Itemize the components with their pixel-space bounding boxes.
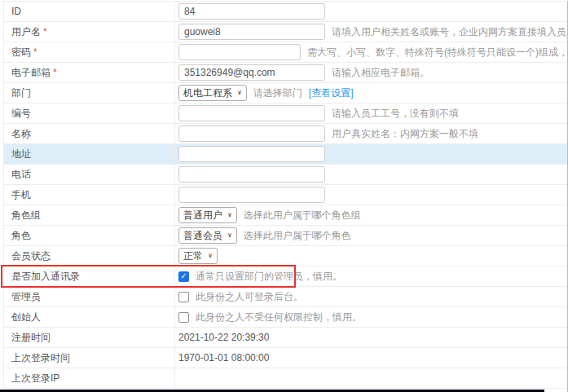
field-label: 用户名: [11, 25, 41, 39]
id-row: ID: [4, 2, 568, 22]
last-login-ip-row: 上次登录IP: [4, 368, 568, 389]
mobile-row: 手机: [4, 185, 568, 205]
number-input[interactable]: [178, 105, 325, 121]
phone-row: 电话: [4, 165, 568, 185]
username-value-cell: 请填入用户相关姓名或账号，企业内网方案直接填入员工姓名。: [175, 22, 568, 42]
number-label-cell: 编号: [4, 104, 175, 123]
field-label: ID: [11, 6, 21, 17]
chevron-down-icon: ∨: [237, 90, 242, 96]
field-label: 上次登录时间: [11, 351, 70, 365]
email-row: 电子邮箱*请输入相应电子邮箱。: [4, 63, 568, 83]
address-input[interactable]: [178, 146, 325, 162]
role-hint: 选择此用户属于哪个角色: [244, 229, 351, 243]
last-login-ip-label-cell: 上次登录IP: [4, 368, 175, 388]
join-addressbook-value-cell: ✓通常只设置部门的管理员，慎用。: [175, 266, 568, 286]
admin-row: 管理员此身份之人可登录后台。: [4, 287, 568, 307]
email-value-cell: 请输入相应电子邮箱。: [175, 63, 568, 82]
department-hint: 请选择部门: [253, 86, 302, 100]
join-addressbook-hint: 通常只设置部门的管理员，慎用。: [196, 270, 342, 284]
last-login-ip-value-cell: [175, 368, 568, 388]
admin-checkbox[interactable]: [178, 292, 189, 302]
founder-label-cell: 创始人: [4, 307, 175, 327]
name-label-cell: 名称: [4, 124, 175, 143]
department-value-cell: 机电工程系∨请选择部门[查看设置]: [175, 83, 568, 103]
required-asterisk: *: [43, 26, 47, 37]
register-time-row: 注册时间2021-10-22 20:39:30: [4, 328, 568, 348]
admin-hint: 此身份之人可登录后台。: [196, 290, 303, 304]
chevron-down-icon: ∨: [227, 232, 232, 239]
name-row: 名称用户真实姓名：内网方案一般不填: [4, 124, 568, 144]
last-login-time-row: 上次登录时间1970-01-01 08:00:00: [4, 348, 568, 368]
field-label: 是否加入通讯录: [11, 270, 80, 284]
register-time-label-cell: 注册时间: [4, 328, 175, 347]
role-group-select[interactable]: 普通用户∨: [178, 207, 237, 223]
founder-value-cell: 此身份之人不受任何权限控制，慎用。: [175, 307, 568, 327]
required-asterisk: *: [33, 46, 37, 58]
password-input[interactable]: [178, 44, 301, 60]
field-label: 手机: [11, 188, 31, 202]
email-label-cell: 电子邮箱*: [4, 63, 175, 82]
register-time-value-cell: 2021-10-22 20:39:30: [175, 328, 568, 347]
mobile-input[interactable]: [178, 187, 325, 203]
field-label: 名称: [11, 127, 31, 141]
username-input[interactable]: [178, 24, 325, 40]
field-label: 密码: [11, 46, 31, 59]
address-row: 地址: [4, 144, 568, 165]
selected-option-label: 机电工程系: [183, 86, 232, 100]
join-addressbook-row: 是否加入通讯录✓通常只设置部门的管理员，慎用。: [4, 266, 568, 287]
founder-row: 创始人此身份之人不受任何权限控制，慎用。: [4, 307, 568, 328]
register-time-value: 2021-10-22 20:39:30: [178, 332, 269, 343]
selected-option-label: 普通用户: [183, 209, 222, 222]
password-value-cell: 需大写、小写、数字、特殊符号(特殊符号只能设一个)组成，位数不少于8位。: [175, 42, 568, 62]
name-hint: 用户真实姓名：内网方案一般不填: [332, 127, 478, 141]
department-row: 部门机电工程系∨请选择部门[查看设置]: [4, 83, 568, 104]
address-value-cell: [175, 144, 568, 164]
founder-checkbox[interactable]: [178, 312, 189, 323]
last-login-time-value: 1970-01-01 08:00:00: [178, 352, 269, 363]
username-label-cell: 用户名*: [4, 22, 175, 42]
number-hint: 请输入员工工号，没有则不填: [332, 107, 459, 121]
field-label: 电话: [11, 168, 31, 182]
phone-input[interactable]: [178, 166, 325, 183]
member-status-label-cell: 会员状态: [4, 246, 175, 266]
role-group-hint: 选择此用户属于哪个角色组: [244, 209, 361, 222]
department-select[interactable]: 机电工程系∨: [178, 85, 247, 101]
user-edit-form-page: ID用户名*请填入用户相关姓名或账号，企业内网方案直接填入员工姓名。密码*需大写…: [0, 1, 568, 392]
role-select[interactable]: 普通会员∨: [178, 227, 237, 244]
password-hint: 需大写、小写、数字、特殊符号(特殊符号只能设一个)组成，位数不少于8位。: [307, 46, 568, 59]
field-label: 编号: [11, 107, 31, 121]
id-input[interactable]: [178, 3, 325, 20]
field-label: 上次登录IP: [11, 372, 59, 385]
role-value-cell: 普通会员∨选择此用户属于哪个角色: [175, 226, 568, 245]
join-addressbook-checkbox[interactable]: ✓: [178, 271, 189, 282]
name-input[interactable]: [178, 126, 325, 142]
last-login-time-label-cell: 上次登录时间: [4, 348, 175, 368]
mobile-label-cell: 手机: [4, 185, 175, 205]
selected-option-label: 正常: [183, 249, 203, 263]
phone-value-cell: [175, 165, 568, 184]
field-label: 管理员: [11, 290, 41, 304]
join-addressbook-label-cell: 是否加入通讯录: [4, 266, 175, 286]
admin-label-cell: 管理员: [4, 287, 175, 306]
number-value-cell: 请输入员工工号，没有则不填: [175, 104, 568, 123]
member-status-row: 会员状态正常∨: [4, 246, 568, 266]
field-label: 地址: [11, 148, 31, 161]
number-row: 编号请输入员工工号，没有则不填: [4, 104, 568, 124]
password-row: 密码*需大写、小写、数字、特殊符号(特殊符号只能设一个)组成，位数不少于8位。: [4, 42, 568, 63]
id-label-cell: ID: [4, 2, 175, 21]
field-label: 创始人: [11, 311, 41, 324]
department-settings-link[interactable]: [查看设置]: [309, 86, 354, 100]
email-input[interactable]: [178, 64, 325, 81]
member-status-select[interactable]: 正常∨: [178, 248, 218, 264]
last-login-time-value-cell: 1970-01-01 08:00:00: [175, 348, 568, 368]
field-label: 会员状态: [11, 249, 51, 263]
password-label-cell: 密码*: [4, 42, 175, 62]
email-hint: 请输入相应电子邮箱。: [332, 66, 429, 80]
required-asterisk: *: [53, 67, 57, 78]
field-label: 注册时间: [11, 331, 51, 345]
username-row: 用户名*请填入用户相关姓名或账号，企业内网方案直接填入员工姓名。: [4, 22, 568, 42]
chevron-down-icon: ∨: [227, 212, 232, 218]
role-group-row: 角色组普通用户∨选择此用户属于哪个角色组: [4, 205, 568, 226]
username-hint: 请填入用户相关姓名或账号，企业内网方案直接填入员工姓名。: [332, 25, 568, 39]
selected-option-label: 普通会员: [183, 229, 222, 243]
